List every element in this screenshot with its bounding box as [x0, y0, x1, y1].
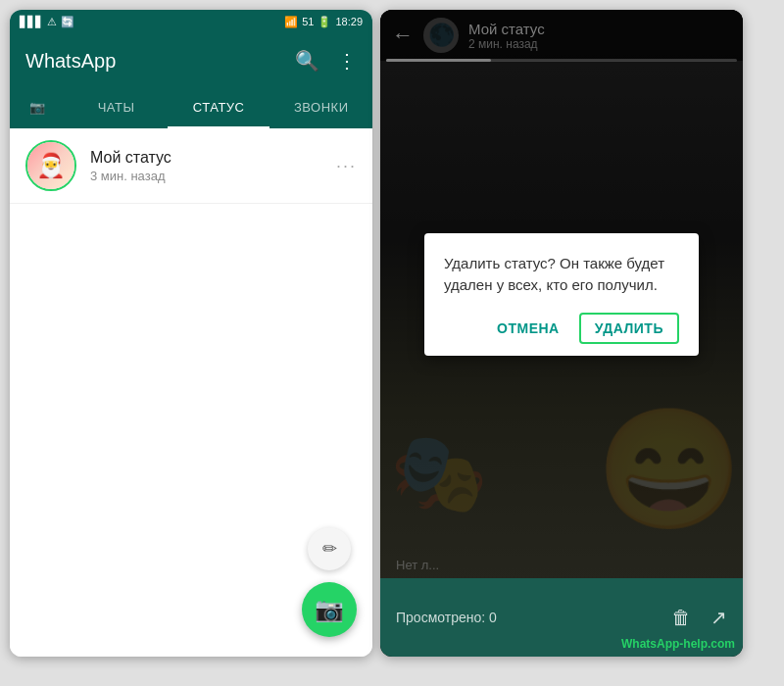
right-phone: 😄 🎭 ← 🌑 Мой статус 2 мин. назад Удалить … — [380, 10, 743, 657]
trash-icon[interactable]: 🗑 — [671, 607, 691, 629]
dialog-actions: ОТМЕНА УДАЛИТЬ — [444, 313, 679, 344]
more-options-icon[interactable]: ··· — [336, 156, 357, 176]
camera-fab-icon: 📷 — [315, 596, 344, 623]
share-icon[interactable]: ↗ — [710, 606, 727, 629]
wifi-icon: 📶 — [284, 16, 298, 28]
dialog-message: Удалить статус? Он также будет удален у … — [444, 253, 679, 297]
menu-icon[interactable]: ⋮ — [337, 49, 357, 73]
time-display: 18:29 — [335, 16, 363, 27]
camera-icon: 📷 — [29, 100, 46, 115]
tab-calls[interactable]: ЗВОНКИ — [270, 88, 372, 128]
alert-icon: ⚠ — [47, 16, 57, 28]
pencil-icon: ✏ — [322, 538, 337, 560]
tab-camera[interactable]: 📷 — [10, 88, 65, 128]
status-info: Мой статус 3 мин. назад — [90, 149, 336, 183]
content-area: 🎅 Мой статус 3 мин. назад ··· ✏ 📷 — [10, 128, 372, 657]
app-title: WhatsApp — [25, 50, 116, 73]
fab-area: ✏ 📷 — [302, 527, 357, 637]
tab-status[interactable]: СТАТУС — [168, 88, 270, 128]
battery-icon: 🔋 — [318, 16, 331, 28]
avatar: 🎅 — [25, 140, 76, 191]
status-bar-left: ▋▋▋ ⚠ 🔄 📶 51 🔋 18:29 — [10, 10, 372, 33]
battery-text: 51 — [302, 16, 314, 27]
tab-bar: 📷 ЧАТЫ СТАТУС ЗВОНКИ — [10, 88, 372, 128]
status-name: Мой статус — [90, 149, 336, 167]
delete-dialog: Удалить статус? Он также будет удален у … — [424, 233, 699, 356]
edit-fab[interactable]: ✏ — [308, 527, 351, 570]
delete-button[interactable]: УДАЛИТЬ — [579, 313, 679, 344]
dialog-overlay: Удалить статус? Он также будет удален у … — [380, 10, 743, 578]
camera-fab[interactable]: 📷 — [302, 582, 357, 637]
my-status-item[interactable]: 🎅 Мой статус 3 мин. назад ··· — [10, 128, 372, 204]
cancel-button[interactable]: ОТМЕНА — [485, 313, 571, 344]
signal-icon: ▋▋▋ — [20, 16, 43, 28]
search-icon[interactable]: 🔍 — [295, 49, 319, 73]
watermark: WhatsApp-help.com — [621, 637, 735, 651]
status-time: 3 мин. назад — [90, 169, 336, 183]
tab-chats[interactable]: ЧАТЫ — [65, 88, 168, 128]
view-count: Просмотрено: 0 — [396, 610, 660, 625]
refresh-icon: 🔄 — [61, 16, 74, 28]
bottom-icons: 🗑 ↗ — [671, 606, 727, 629]
app-header: WhatsApp 🔍 ⋮ — [10, 33, 372, 88]
left-phone: ▋▋▋ ⚠ 🔄 📶 51 🔋 18:29 WhatsApp 🔍 ⋮ 📷 — [10, 10, 372, 657]
header-icons: 🔍 ⋮ — [295, 49, 357, 73]
avatar-image: 🎅 — [27, 142, 74, 189]
